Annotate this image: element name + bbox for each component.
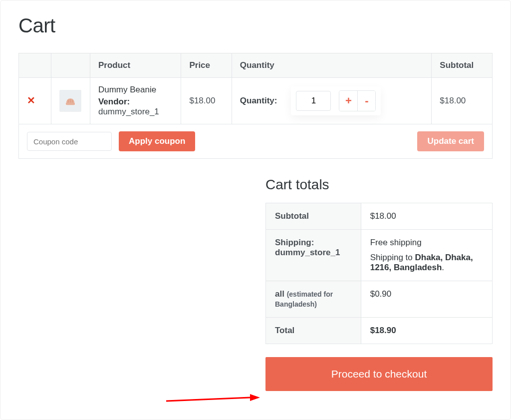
cart-row: ✕ Dummy Beanie xyxy=(19,78,493,124)
cart-actions-row: Apply coupon Update cart xyxy=(19,124,493,159)
cart-totals-heading: Cart totals xyxy=(265,177,493,193)
quantity-increase-button[interactable]: + xyxy=(339,91,357,111)
cart-totals-table: Subtotal $18.00 Shipping: dummy_store_1 … xyxy=(265,203,493,344)
svg-marker-5 xyxy=(250,394,260,401)
col-price-header: Price xyxy=(181,53,232,78)
item-subtotal: $18.00 xyxy=(440,96,466,105)
svg-line-4 xyxy=(166,398,250,401)
col-subtotal-header: Subtotal xyxy=(432,53,493,78)
totals-tax-label: all (estimated for Bangladesh) xyxy=(266,281,361,318)
totals-subtotal-value: $18.00 xyxy=(361,203,492,230)
shipping-method: Free shipping xyxy=(370,238,483,248)
coupon-input[interactable] xyxy=(27,132,112,151)
cart-totals-section: Cart totals Subtotal $18.00 Shipping: du… xyxy=(265,177,493,391)
cart-table: Product Price Quantity Subtotal ✕ xyxy=(18,53,493,159)
product-link[interactable]: Dummy Beanie xyxy=(98,85,156,94)
update-cart-button[interactable]: Update cart xyxy=(417,131,484,151)
quantity-input[interactable] xyxy=(296,91,331,111)
totals-subtotal-label: Subtotal xyxy=(266,203,361,230)
svg-rect-0 xyxy=(66,102,75,105)
annotation-arrow-icon xyxy=(165,392,260,407)
totals-tax-value: $0.90 xyxy=(361,281,492,318)
col-remove-header xyxy=(19,53,51,78)
col-product-header: Product xyxy=(90,53,181,78)
beanie-icon xyxy=(64,94,77,107)
col-quantity-header: Quantity xyxy=(232,53,431,78)
item-price: $18.00 xyxy=(189,96,215,105)
shipping-destination: Shipping to Dhaka, Dhaka, 1216, Banglade… xyxy=(370,253,483,273)
proceed-to-checkout-button[interactable]: Proceed to checkout xyxy=(265,357,493,391)
vendor-name: dummy_store_1 xyxy=(98,107,159,116)
totals-total-value: $18.90 xyxy=(361,318,492,344)
totals-total-label: Total xyxy=(266,318,361,344)
quantity-label: Quantity: xyxy=(240,96,277,106)
apply-coupon-button[interactable]: Apply coupon xyxy=(119,131,195,151)
remove-item-button[interactable]: ✕ xyxy=(27,95,35,105)
page-title: Cart xyxy=(18,14,493,37)
quantity-controls: + - xyxy=(291,86,381,115)
totals-shipping-label: Shipping: dummy_store_1 xyxy=(266,230,361,281)
col-thumb-header xyxy=(51,53,90,78)
vendor-label: Vendor: xyxy=(98,97,130,106)
product-thumbnail[interactable] xyxy=(59,90,81,112)
quantity-decrease-button[interactable]: - xyxy=(357,91,375,111)
